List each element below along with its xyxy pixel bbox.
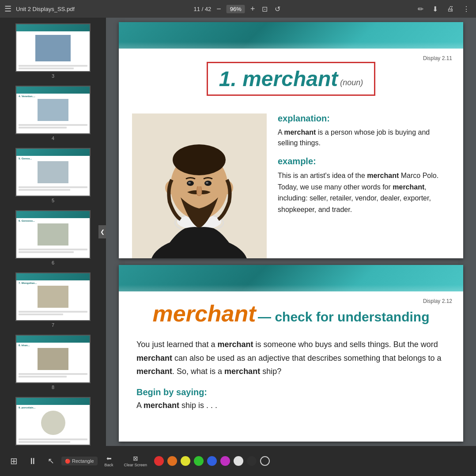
more-options-icon[interactable]: ⋮: [461, 4, 472, 14]
page-controls: 11 / 42 − 96% + ⊡ ↺: [194, 4, 283, 15]
color-black[interactable]: [247, 456, 257, 466]
history-icon[interactable]: ↺: [273, 4, 282, 14]
back-icon: ⬅: [106, 455, 112, 462]
thumb-number-5: 5: [52, 198, 54, 203]
download-icon[interactable]: ⬇: [431, 4, 440, 14]
rectangle-tool[interactable]: 🔴 Rectangle: [61, 457, 98, 465]
page2-title: merchant — check for understanding: [136, 300, 446, 327]
page2-word-3: merchant: [136, 367, 172, 376]
pencil-icon[interactable]: ✏: [416, 4, 425, 14]
merchant-portrait: [132, 113, 267, 258]
page1-teal-header: [119, 22, 463, 49]
explanation-keyword: merchant: [284, 128, 316, 136]
arrow-tool-button[interactable]: ↖: [44, 454, 58, 468]
word-title-box: 1. merchant (noun): [207, 62, 375, 96]
print-icon[interactable]: 🖨: [445, 4, 456, 14]
fit-page-icon[interactable]: ⊡: [260, 4, 269, 14]
sidebar-item-3[interactable]: 3: [0, 20, 106, 82]
color-green[interactable]: [194, 456, 204, 466]
page2-subtitle: — check for understanding: [258, 310, 429, 324]
sidebar-item-6[interactable]: 6. Genoese... 6: [0, 207, 106, 269]
back-button[interactable]: ⬅ Back: [101, 453, 117, 469]
example-label: example:: [278, 156, 450, 166]
color-yellow[interactable]: [181, 456, 190, 466]
sidebar-item-5[interactable]: 5. Genoa... 5: [0, 144, 106, 207]
color-orange[interactable]: [167, 456, 177, 466]
sidebar: 3 4. Venetian.... 4 5. Genoa...: [0, 18, 106, 446]
rectangle-label: Rectangle: [72, 458, 94, 464]
pause-button[interactable]: ⏸: [25, 454, 41, 468]
pause-icon: ⏸: [28, 456, 37, 466]
pdf-area: Display 2.11 1. merchant (noun): [106, 18, 476, 446]
page2-teal-header: [119, 265, 463, 291]
begin-word: merchant: [144, 401, 179, 410]
sidebar-item-9[interactable]: 9. porcelain... 9: [0, 393, 106, 446]
page-info: 11 / 42: [194, 6, 212, 12]
page-2: Display 2.12 merchant — check for unders…: [119, 265, 463, 442]
svg-point-6: [173, 144, 226, 175]
color-red[interactable]: [154, 456, 164, 466]
svg-point-9: [188, 182, 191, 184]
color-purple[interactable]: [220, 456, 230, 466]
page1-word-main: merchant: [242, 67, 338, 91]
top-toolbar: ☰ Unit 2 Displays_SS.pdf 11 / 42 − 96% +…: [0, 0, 476, 18]
grid-button[interactable]: ⊞: [7, 454, 21, 468]
word-box-container: 1. merchant (noun): [132, 57, 450, 105]
sidebar-collapse-button[interactable]: ❮: [98, 225, 106, 238]
color-blue[interactable]: [207, 456, 217, 466]
arrow-icon: ↖: [48, 456, 54, 466]
page1-main: explanation: A merchant is a person whos…: [132, 113, 450, 258]
grid-icon: ⊞: [10, 456, 18, 466]
example-word-1: merchant: [367, 172, 399, 179]
bottom-toolbar: ⊞ ⏸ ↖ 🔴 Rectangle ⬅ Back ⊠ Clear Screen: [0, 446, 476, 476]
svg-point-10: [206, 182, 208, 184]
back-label: Back: [105, 463, 113, 467]
example-word-2: merchant: [393, 183, 424, 191]
document-title: Unit 2 Displays_SS.pdf: [16, 6, 75, 12]
explanation-text-a: A: [278, 128, 284, 136]
explanation-label: explanation:: [278, 113, 450, 124]
page1-word-pos: (noun): [340, 78, 363, 87]
clear-icon: ⊠: [133, 455, 138, 462]
thumb-number-7: 7: [52, 322, 54, 328]
sidebar-item-7[interactable]: 7. Mongolian... 7: [0, 269, 106, 331]
page2-word-2: merchant: [136, 354, 172, 363]
explanation-text: A merchant is a person whose job is buyi…: [278, 127, 450, 148]
begin-label: Begin by saying:: [136, 387, 446, 397]
thumb-number-4: 4: [52, 136, 54, 141]
main-layout: 3 4. Venetian.... 4 5. Genoa...: [0, 18, 476, 446]
page-1: Display 2.11 1. merchant (noun): [119, 22, 463, 258]
page1-word-number: 1.: [219, 67, 242, 91]
zoom-level[interactable]: 96%: [227, 5, 245, 13]
page2-main-word: merchant: [153, 301, 256, 326]
display-label-1: Display 2.11: [423, 55, 452, 61]
thumb-number-6: 6: [52, 260, 54, 265]
zoom-in-icon[interactable]: +: [249, 4, 257, 15]
clear-screen-button[interactable]: ⊠ Clear Screen: [121, 453, 151, 469]
page1-body: Display 2.11 1. merchant (noun): [119, 49, 463, 258]
page2-body-paragraph: You just learned that a merchant is some…: [136, 338, 446, 378]
zoom-out-icon[interactable]: −: [215, 4, 223, 15]
color-white[interactable]: [234, 456, 243, 466]
merchant-portrait-svg: [132, 113, 267, 258]
begin-text: A merchant ship is . . .: [136, 401, 446, 410]
toolbar-right: ✏ ⬇ 🖨 ⋮: [416, 4, 472, 14]
display-label-2: Display 2.12: [423, 298, 452, 304]
thumb-number-3: 3: [52, 73, 54, 79]
menu-icon[interactable]: ☰: [4, 4, 11, 14]
page1-right-text: explanation: A merchant is a person whos…: [278, 113, 450, 258]
sidebar-item-4[interactable]: 4. Venetian.... 4: [0, 82, 106, 144]
color-ring[interactable]: [260, 456, 270, 466]
rectangle-tool-indicator: 🔴: [65, 459, 70, 464]
example-text-1: This is an artist's idea of the: [278, 172, 367, 179]
sidebar-item-8[interactable]: 8. khan... 8: [0, 331, 106, 393]
page2-word-1: merchant: [217, 340, 253, 349]
page2-word-4: merchant: [224, 367, 260, 376]
thumb-number-8: 8: [52, 385, 54, 390]
page2-body: Display 2.12 merchant — check for unders…: [119, 291, 463, 423]
example-text: This is an artist's idea of the merchant…: [278, 170, 450, 215]
clear-label: Clear Screen: [124, 463, 147, 467]
